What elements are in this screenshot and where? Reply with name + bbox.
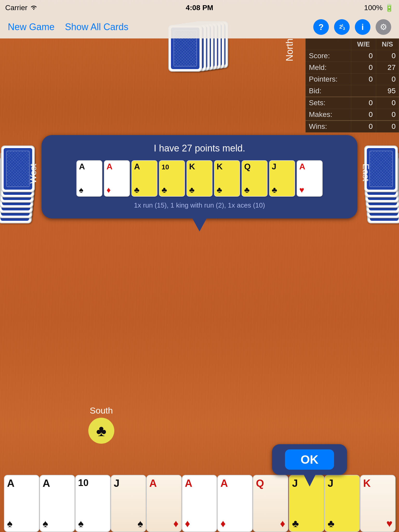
pointers-label: Pointers: [306,74,351,85]
south-card-5[interactable]: A ♦ [146,475,182,532]
score-label: Score: [306,50,351,62]
score-header-ns: N/S [376,39,399,50]
makes-we: 0 [351,109,376,121]
meld-ns: 27 [376,62,399,74]
meld-card-8[interactable]: J ♣ [269,160,295,197]
south-card-8[interactable]: Q ♦ [253,475,288,532]
south-highlight-card-2[interactable]: J ♣ [324,475,360,532]
meld-title: I have 27 points meld. [51,143,348,154]
meld-card-2[interactable]: A ♦ [104,160,130,197]
info-icon: i [362,22,364,32]
wins-we: 0 [351,121,376,132]
battery-percent: 100% [364,4,383,12]
bid-we [351,85,376,97]
north-label: North [284,38,295,61]
south-card-2[interactable]: A ♠ [39,475,75,532]
south-card-4[interactable]: J ♠ [111,475,146,532]
meld-card-4[interactable]: 10 ♣ [159,160,185,197]
east-label: East [361,164,371,181]
score-button[interactable]: 213 [334,19,350,35]
south-label: South [90,405,113,416]
nav-bar: New Game Show All Cards ? 213 i ⚙ [0,16,399,38]
wifi-icon [30,4,37,11]
score-header-we: W/E [351,39,376,50]
pointers-ns: 0 [376,74,399,85]
south-card-7[interactable]: A ♦ [217,475,253,532]
sets-we: 0 [351,97,376,109]
bid-label: Bid: [306,85,351,97]
meld-card-6[interactable]: K ♣ [214,160,240,197]
battery-status: 100% 🔋 [364,4,394,12]
score-header-label [306,39,351,50]
carrier-label: Carrier [5,4,28,12]
makes-ns: 0 [376,109,399,121]
score-table: W/E N/S Score: 0 0 Meld: 0 27 Pointers: … [305,38,399,132]
meld-speech-bubble: I have 27 points meld. A ♠ A ♦ A ♣ 10 ♣ … [42,135,357,218]
wins-label: Wins: [306,121,351,132]
gear-icon: ⚙ [380,22,387,32]
south-card-3[interactable]: 10 ♠ [75,475,111,532]
meld-card-1[interactable]: A ♠ [76,160,102,197]
new-game-button[interactable]: New Game [8,22,55,32]
question-icon: ? [318,22,324,32]
ok-button[interactable]: OK [285,449,334,470]
pointers-we: 0 [351,74,376,85]
bid-ns: 95 [376,85,399,97]
south-area: South ♣ [88,405,114,444]
show-all-cards-button[interactable]: Show All Cards [65,22,128,32]
help-button[interactable]: ? [313,19,329,35]
carrier-text: Carrier [5,4,37,12]
wins-ns: 0 [376,121,399,132]
status-bar: Carrier 4:08 PM 100% 🔋 [0,0,399,16]
meld-card-5[interactable]: K ♣ [187,160,212,197]
sets-label: Sets: [306,97,351,109]
meld-cards-row: A ♠ A ♦ A ♣ 10 ♣ K ♣ K ♣ Q ♣ J [51,160,348,197]
meld-card-9[interactable]: A ♥ [297,160,323,197]
makes-label: Makes: [306,109,351,121]
meld-card-3[interactable]: A ♣ [131,160,157,197]
south-card-6[interactable]: A ♦ [182,475,217,532]
nav-right: ? 213 i ⚙ [313,19,391,35]
south-highlight-card-3[interactable]: K ♥ [360,475,396,532]
time-display: 4:08 PM [186,4,213,12]
meld-we: 0 [351,62,376,74]
meld-card-7[interactable]: Q ♣ [242,160,268,197]
battery-icon: 🔋 [385,4,394,12]
score-icon: 213 [339,23,344,31]
info-button[interactable]: i [355,19,370,35]
south-hand: A ♠ A ♠ 10 ♠ J ♠ A ♦ A ♦ A ♦ Q ♦ J ♣ [0,475,399,532]
south-card-1[interactable]: A ♠ [4,475,39,532]
settings-button[interactable]: ⚙ [376,19,391,35]
meld-label: Meld: [306,62,351,74]
ok-bubble: OK [272,444,347,475]
sets-ns: 0 [376,97,399,109]
meld-subtitle: 1x run (15), 1 king with run (2), 1x ace… [51,201,348,209]
score-we: 0 [351,50,376,62]
south-club-badge: ♣ [88,418,114,444]
score-ns: 0 [376,50,399,62]
east-card-stack [360,145,399,218]
west-label: West [28,164,38,184]
nav-left: New Game Show All Cards [8,22,128,32]
